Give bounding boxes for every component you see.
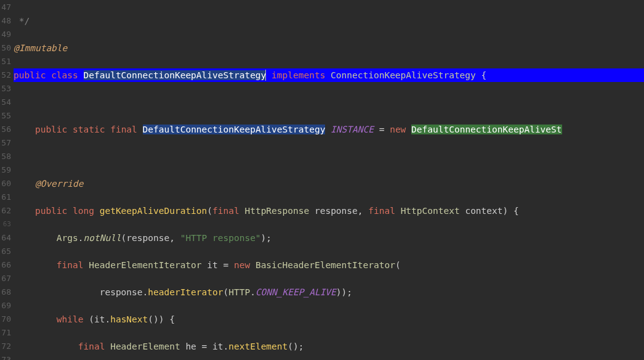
code-area[interactable]: */ @Immutable public class DefaultConnec…: [14, 0, 644, 360]
type: DefaultConnectionKeepAliveStrategy: [84, 70, 267, 80]
line-number[interactable]: 49: [1, 28, 11, 41]
keyword: class: [51, 70, 78, 80]
type: HttpContext: [401, 206, 460, 216]
line-number[interactable]: 51: [1, 55, 11, 68]
line-number[interactable]: 60: [1, 177, 11, 190]
code-line[interactable]: */: [14, 14, 644, 28]
keyword: new: [390, 125, 406, 134]
paren: (: [223, 287, 228, 297]
text-cursor: [265, 70, 266, 81]
var: he: [185, 342, 196, 351]
line-number[interactable]: 55: [1, 109, 11, 123]
paren: (: [395, 260, 401, 270]
line-number[interactable]: 59: [1, 163, 11, 177]
line-number[interactable]: 71: [1, 326, 11, 340]
paren: ();: [288, 342, 304, 351]
line-number[interactable]: 73: [1, 353, 11, 360]
line-number[interactable]: 58: [1, 150, 11, 163]
code-line[interactable]: public static final DefaultConnectionKee…: [14, 123, 644, 136]
code-line[interactable]: @Override: [14, 177, 644, 190]
paren: (: [207, 206, 212, 216]
line-number-gutter[interactable]: 47 48 49 50 51 52 53 54 55 56 57 58 59 6…: [0, 0, 14, 360]
line-number[interactable]: 72: [1, 340, 11, 353]
line-number[interactable]: 68: [1, 285, 11, 299]
keyword: public: [14, 70, 46, 80]
var: it: [207, 260, 217, 270]
code-line[interactable]: while (it.hasNext()) {: [14, 313, 644, 326]
line-number[interactable]: 52: [1, 68, 11, 82]
code-line[interactable]: Args.notNull(response, "HTTP response");: [14, 231, 644, 245]
keyword: public: [35, 125, 67, 134]
brace: {: [476, 70, 486, 80]
keyword: final: [78, 342, 105, 351]
keyword: final: [212, 206, 239, 216]
annotation: @Immutable: [14, 43, 67, 53]
comma: ,: [358, 206, 368, 216]
code-editor[interactable]: 47 48 49 50 51 52 53 54 55 56 57 58 59 6…: [0, 0, 644, 360]
keyword: while: [57, 314, 84, 324]
line-number[interactable]: 48: [1, 14, 11, 28]
type: HTTP: [228, 287, 250, 297]
line-number[interactable]: 62: [1, 204, 11, 218]
line-number[interactable]: 66: [1, 258, 11, 272]
var: it: [94, 314, 105, 324]
line-number[interactable]: 56: [1, 123, 11, 136]
code-line-highlighted[interactable]: public class DefaultConnectionKeepAliveS…: [14, 68, 644, 82]
dot: .: [78, 233, 84, 243]
line-number[interactable]: 61: [1, 190, 11, 204]
constant: CONN_KEEP_ALIVE: [256, 287, 336, 297]
line-number[interactable]: 47: [1, 1, 11, 14]
type: Args: [57, 233, 78, 243]
line-number[interactable]: 65: [1, 245, 11, 258]
dot: .: [223, 342, 229, 351]
arg: response: [126, 233, 169, 243]
type: HeaderElement: [110, 342, 180, 351]
type: ConnectionKeepAliveStrategy: [331, 70, 476, 80]
type: BasicHeaderElementIterator: [256, 260, 395, 270]
constant: INSTANCE: [331, 125, 374, 134]
code-line[interactable]: response.headerIterator(HTTP.CONN_KEEP_A…: [14, 285, 644, 299]
keyword: final: [368, 206, 395, 216]
line-number[interactable]: 50: [1, 41, 11, 55]
operator: =: [218, 260, 234, 270]
comma: ,: [169, 233, 180, 243]
annotation: @Override: [35, 179, 84, 189]
var: it: [212, 342, 223, 351]
type: HeaderElementIterator: [89, 260, 201, 270]
method: headerIterator: [148, 287, 223, 297]
operator: =: [374, 125, 390, 134]
code-line[interactable]: @Immutable: [14, 41, 644, 55]
line-number[interactable]: 69: [1, 299, 11, 313]
code-line[interactable]: public long getKeepAliveDuration(final H…: [14, 204, 644, 218]
paren: (: [84, 314, 94, 324]
line-number[interactable]: 67: [1, 272, 11, 285]
code-line[interactable]: final HeaderElementIterator it = new Bas…: [14, 258, 644, 272]
param: context: [465, 206, 502, 216]
type: HttpResponse: [244, 206, 309, 216]
code-line[interactable]: final HeaderElement he = it.nextElement(…: [14, 340, 644, 353]
paren: ()) {: [148, 314, 175, 324]
comment: */: [14, 16, 30, 26]
line-number[interactable]: 70: [1, 313, 11, 326]
line-number-marker[interactable]: 63 ◦: [1, 218, 11, 231]
code-line[interactable]: [14, 96, 644, 109]
string: "HTTP response": [180, 233, 261, 243]
operator: =: [196, 342, 212, 351]
paren: );: [261, 233, 272, 243]
keyword: final: [57, 260, 84, 270]
code-line[interactable]: [14, 150, 644, 163]
method: hasNext: [110, 314, 148, 324]
keyword: public: [35, 206, 67, 216]
param: response: [315, 206, 358, 216]
paren: ));: [336, 287, 352, 297]
keyword: long: [73, 206, 94, 216]
keyword: implements: [272, 70, 325, 80]
method: nextElement: [228, 342, 288, 351]
method: getKeepAliveDuration: [100, 206, 207, 216]
paren: ) {: [503, 206, 519, 216]
arg: response: [100, 287, 143, 297]
line-number[interactable]: 54: [1, 96, 11, 109]
keyword: new: [234, 260, 250, 270]
line-number[interactable]: 53: [1, 82, 11, 96]
line-number[interactable]: 57: [1, 136, 11, 150]
